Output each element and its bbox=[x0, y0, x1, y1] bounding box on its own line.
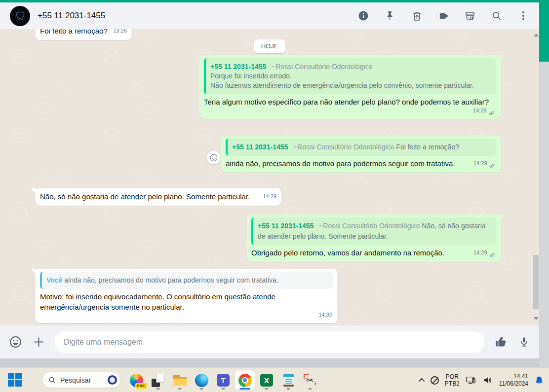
thumbs-up-icon[interactable] bbox=[494, 335, 508, 349]
search-daily-icon bbox=[108, 375, 117, 385]
delivered-ticks-icon: ✓✓ bbox=[488, 110, 496, 116]
message-time: 13:26 bbox=[113, 29, 127, 36]
tray-time: 14:41 bbox=[499, 373, 528, 380]
tray-clock[interactable]: 14:41 11/06/2024 bbox=[499, 373, 528, 388]
delete-message-icon[interactable] bbox=[411, 10, 423, 22]
chat-title[interactable]: +55 11 2031-1455 bbox=[38, 11, 105, 21]
bubble-tail bbox=[500, 55, 505, 61]
message-text: ainda não, precisamos do motivo para pod… bbox=[226, 158, 455, 169]
message-bubble-outgoing[interactable]: +55 11 2031-1455 ~Rossi Consultório Odon… bbox=[199, 55, 501, 119]
quote-sender-name: ~Rossi Consultório Odontológico bbox=[319, 222, 420, 230]
tray-notification-bell-icon[interactable] bbox=[534, 375, 544, 386]
react-emoji-button[interactable] bbox=[207, 151, 220, 164]
quoted-message[interactable]: +55 11 2031-1455 ~Rossi Consultório Odon… bbox=[251, 217, 496, 245]
window-edge bbox=[539, 62, 549, 367]
quote-sender-name: ~Rossi Consultório Odontológico bbox=[272, 63, 372, 71]
message-bubble-incoming[interactable]: Você ainda não, precisamos do motivo par… bbox=[36, 269, 337, 323]
app-accent-strip bbox=[0, 0, 549, 2]
taskbar-snip-overlay-icon[interactable] bbox=[148, 370, 168, 390]
taskbar-teams-icon[interactable]: T bbox=[213, 370, 233, 390]
taskbar-file-explorer-icon[interactable] bbox=[170, 370, 190, 390]
taskbar-edge-icon[interactable] bbox=[192, 370, 211, 390]
header-actions bbox=[357, 10, 529, 22]
delivered-ticks-icon: ✓✓ bbox=[489, 252, 496, 258]
tray-blocked-status-icon[interactable] bbox=[431, 376, 439, 385]
storefront-icon[interactable] bbox=[464, 10, 476, 22]
tray-volume-icon[interactable] bbox=[482, 375, 493, 385]
scrollbar-thumb[interactable] bbox=[533, 255, 539, 309]
scrollbar-up-arrow[interactable] bbox=[534, 34, 539, 36]
contact-avatar[interactable] bbox=[10, 6, 30, 26]
chat-header: +55 11 2031-1455 bbox=[0, 2, 539, 29]
quote-text: ainda não, precisamos do motivo para pod… bbox=[64, 276, 278, 284]
info-icon[interactable] bbox=[357, 10, 369, 22]
taskbar-chrome-icon[interactable] bbox=[235, 370, 255, 390]
quote-sender-name: ~Rossi Consultório Odontológico bbox=[293, 143, 394, 151]
message-text: Não, só não gostaria de atender pelo pla… bbox=[40, 191, 250, 202]
search-label: Pesquisar bbox=[60, 376, 103, 384]
attach-plus-icon[interactable] bbox=[32, 335, 45, 349]
bubble-tail bbox=[500, 214, 505, 220]
search-icon bbox=[48, 376, 56, 384]
quote-sender-phone: +55 11 2031-1455 bbox=[232, 143, 288, 151]
taskbar-search[interactable]: Pesquisar bbox=[42, 372, 121, 388]
quote-sender-phone: +55 11 2031-1455 bbox=[258, 222, 314, 230]
windows-start-button[interactable] bbox=[8, 373, 23, 388]
taskbar-excel-icon[interactable]: X bbox=[257, 370, 276, 390]
copilot-pre-badge: PRE bbox=[135, 383, 146, 389]
search-icon[interactable] bbox=[491, 10, 503, 22]
date-divider: HOJE bbox=[254, 39, 285, 53]
quoted-message[interactable]: +55 11 2031-1455 ~Rossi Consultório Odon… bbox=[226, 139, 496, 156]
tray-chevron-up-icon[interactable] bbox=[420, 378, 425, 383]
menu-icon[interactable] bbox=[517, 10, 529, 22]
message-text: Foi feito a remoção? bbox=[40, 29, 108, 36]
quoted-message[interactable]: +55 11 2031-1455 ~Rossi Consultório Odon… bbox=[204, 58, 496, 94]
message-bubble-incoming[interactable]: Foi feito a remoção? 13:26 bbox=[36, 29, 131, 40]
bubble-tail bbox=[31, 188, 36, 194]
quote-sender-phone: +55 11 2031-1455 bbox=[210, 63, 266, 71]
quote-text: Porque foi inserido errado. bbox=[210, 71, 491, 81]
message-list: Foi feito a remoção? 13:26 +55 11 2031-1… bbox=[0, 29, 539, 325]
tray-language-indicator[interactable]: POR PTB2 bbox=[445, 373, 460, 387]
message-input[interactable] bbox=[55, 331, 484, 353]
message-text: Obrigado pelo retorno, vamos dar andamen… bbox=[251, 248, 444, 258]
message-bubble-incoming[interactable]: Não, só não gostaria de atender pelo pla… bbox=[36, 188, 281, 206]
scrollbar-down-arrow[interactable] bbox=[534, 317, 539, 320]
quote-sender-you: Você bbox=[46, 276, 62, 284]
message-text: Teria algum motivo especifico para não a… bbox=[204, 98, 489, 106]
quoted-message[interactable]: Você ainda não, precisamos do motivo par… bbox=[40, 272, 333, 289]
quote-text: Não fazemos atendimento de emergência/ur… bbox=[210, 81, 491, 90]
label-icon[interactable] bbox=[437, 10, 449, 22]
microphone-icon[interactable] bbox=[517, 335, 531, 349]
taskbar-notepad-icon[interactable] bbox=[278, 370, 298, 390]
message-text: Motivo: foi inserido equivocadamente. O … bbox=[40, 292, 275, 311]
bubble-tail bbox=[31, 269, 36, 275]
tray-date: 11/06/2024 bbox=[499, 380, 528, 388]
window-bottom-edge bbox=[0, 358, 549, 367]
window-edge-accent bbox=[539, 0, 549, 62]
message-bubble-outgoing[interactable]: +55 11 2031-1455 ~Rossi Consultório Odon… bbox=[247, 214, 501, 262]
emoji-icon[interactable] bbox=[8, 335, 22, 349]
composer-bar bbox=[0, 325, 539, 358]
message-time: 14:29 bbox=[473, 248, 487, 258]
taskbar-copilot-icon[interactable]: PRE bbox=[126, 370, 146, 390]
message-time: 14:28 bbox=[473, 106, 487, 116]
delivered-ticks-icon: ✓✓ bbox=[489, 163, 496, 169]
pin-icon[interactable] bbox=[384, 10, 396, 22]
system-tray: POR PTB2 14:41 11/06/2024 bbox=[420, 368, 544, 392]
message-time: 14:30 bbox=[318, 310, 332, 320]
windows-taskbar: Pesquisar PRE T X ✂+ bbox=[0, 367, 549, 392]
tray-cast-icon[interactable] bbox=[466, 375, 476, 385]
taskbar-snipping-tool-icon[interactable]: ✂+ bbox=[300, 370, 320, 390]
tooth-logo-icon bbox=[14, 10, 26, 22]
message-bubble-outgoing[interactable]: +55 11 2031-1455 ~Rossi Consultório Odon… bbox=[221, 136, 501, 173]
quote-text: Foi feito a remoção? bbox=[396, 143, 459, 151]
message-time: 14:29 bbox=[263, 191, 276, 202]
message-time: 14:29 bbox=[473, 158, 487, 169]
whatsapp-chat-screen: +55 11 2031-1455 bbox=[0, 0, 549, 392]
